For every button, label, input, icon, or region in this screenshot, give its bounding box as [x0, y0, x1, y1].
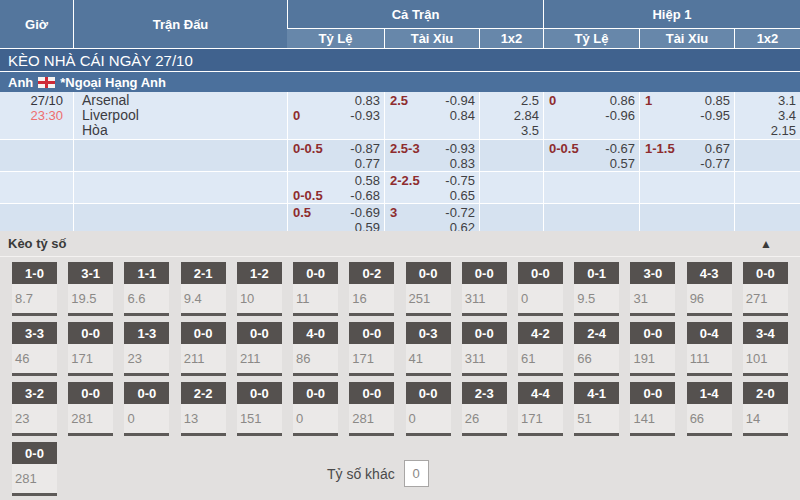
score-label: 2-2	[181, 382, 226, 404]
score-section-header[interactable]: Kèo tỷ số ▲	[0, 231, 800, 257]
odds-cell[interactable]: 2-2.5-0.750.65	[384, 172, 479, 203]
odds-cell[interactable]: 0-0.5-0.870.77	[287, 140, 384, 171]
score-odds-cell[interactable]: 2-466	[574, 322, 619, 376]
odds-cell[interactable]: 3-0.720.62	[384, 204, 479, 231]
score-odds-cell[interactable]: 0-0281	[349, 382, 394, 436]
odds-cell[interactable]: 0-0.5-0.670.57	[543, 140, 639, 171]
odds-cell[interactable]: 2.5-3-0.930.83	[384, 140, 479, 171]
odds-line: 00.86	[544, 93, 639, 108]
score-odds-cell[interactable]: 1-466	[687, 382, 732, 436]
score-odds-cell[interactable]: 3-223	[12, 382, 57, 436]
score-odds-cell[interactable]: 2-19.4	[181, 262, 226, 316]
score-odds-cell[interactable]: 4-086	[293, 322, 338, 376]
score-odds-cell[interactable]: 3-346	[12, 322, 57, 376]
bookmaker-odds-title-bar: KÈO NHÀ CÁI NGÀY 27/10	[0, 48, 800, 71]
score-odds-cell[interactable]: 4-4171	[518, 382, 563, 436]
score-odds-cell[interactable]: 1-08.7	[12, 262, 57, 316]
score-odds-cell[interactable]: 2-014	[743, 382, 788, 436]
score-odds-cell[interactable]: 0-0281	[68, 382, 113, 436]
score-odds-cell[interactable]: 0-0211	[181, 322, 226, 376]
odds-cell[interactable]: 10.85-0.95	[639, 92, 734, 139]
score-label: 0-0	[293, 262, 338, 284]
odds-value: -0.68	[350, 188, 380, 203]
column-header-handicap-h1: Tỷ Lệ	[543, 28, 639, 48]
score-odds-value: 66	[574, 344, 619, 373]
odds-cell[interactable]: 0.5-0.690.59	[287, 204, 384, 231]
odds-line: 2.5-3-0.93	[385, 141, 479, 156]
score-odds-value: 171	[349, 344, 394, 373]
correct-score-section: Kèo tỷ số ▲ Tỷ số khác 1-08.73-119.51-16…	[0, 231, 800, 496]
score-odds-cell[interactable]: 1-323	[124, 322, 169, 376]
score-odds-cell[interactable]: 0-0171	[349, 322, 394, 376]
score-odds-cell[interactable]: 0-0281	[12, 442, 57, 496]
odds-cell[interactable]: 2.5-0.940.84	[384, 92, 479, 139]
score-odds-cell[interactable]: 0-4111	[687, 322, 732, 376]
score-odds-cell[interactable]: 0-0171	[68, 322, 113, 376]
score-odds-cell[interactable]: 0-0191	[630, 322, 675, 376]
odds-cell[interactable]: 0.580-0.5-0.68	[287, 172, 384, 203]
score-odds-cell[interactable]: 0-00	[518, 262, 563, 316]
odds-line: 2.84	[480, 108, 543, 123]
score-odds-value: 19.5	[68, 284, 113, 313]
score-odds-cell[interactable]: 1-210	[237, 262, 282, 316]
odds-line: -0.96	[544, 108, 639, 123]
score-odds-cell[interactable]: 4-151	[574, 382, 619, 436]
odds-line: 0-0.5-0.87	[288, 141, 384, 156]
odds-cell[interactable]: 2.52.843.5	[479, 92, 543, 139]
odds-row: 0.5-0.690.593-0.720.62	[0, 203, 800, 231]
score-odds-value: 171	[68, 344, 113, 373]
collapse-arrow-icon[interactable]: ▲	[760, 237, 772, 251]
score-odds-cell[interactable]: 2-326	[462, 382, 507, 436]
score-label: 1-2	[237, 262, 282, 284]
score-odds-cell[interactable]: 3-4101	[743, 322, 788, 376]
score-odds-value: 51	[574, 404, 619, 433]
score-grid: Tỷ số khác 1-08.73-119.51-16.62-19.41-21…	[0, 257, 800, 496]
score-odds-cell[interactable]: 4-261	[518, 322, 563, 376]
score-label: 0-0	[237, 382, 282, 404]
score-odds-cell[interactable]: 0-00	[293, 382, 338, 436]
score-odds-cell[interactable]: 0-011	[293, 262, 338, 316]
handicap-value: 0-0.5	[293, 188, 323, 203]
odds-line: 0.58	[288, 173, 384, 188]
score-odds-cell[interactable]: 0-0141	[630, 382, 675, 436]
odds-line: 1-1.50.67	[640, 141, 734, 156]
column-header-match: Trận Đấu	[73, 0, 287, 48]
score-label: 3-3	[12, 322, 57, 344]
score-odds-cell[interactable]: 2-213	[181, 382, 226, 436]
score-odds-cell[interactable]: 0-19.5	[574, 262, 619, 316]
score-odds-cell[interactable]: 0-0311	[462, 322, 507, 376]
odds-value: -0.67	[605, 141, 635, 156]
score-label: 0-3	[406, 322, 451, 344]
league-header-bar[interactable]: Anh *Ngoại Hạng Anh	[0, 71, 800, 92]
score-odds-cell[interactable]: 0-341	[406, 322, 451, 376]
score-odds-cell[interactable]: 0-0251	[406, 262, 451, 316]
odds-cell[interactable]: 3.13.42.15	[734, 92, 800, 139]
score-label: 0-1	[574, 262, 619, 284]
score-label: 0-0	[406, 382, 451, 404]
other-score-input[interactable]	[404, 460, 429, 487]
score-odds-cell[interactable]: 0-216	[349, 262, 394, 316]
score-odds-cell[interactable]: 0-00	[124, 382, 169, 436]
score-odds-cell[interactable]: 0-0271	[743, 262, 788, 316]
score-odds-cell[interactable]: 1-16.6	[124, 262, 169, 316]
odds-line: 0.83	[288, 93, 384, 108]
score-label: 0-0	[518, 262, 563, 284]
score-label: 0-4	[687, 322, 732, 344]
score-label: 2-3	[462, 382, 507, 404]
score-odds-cell[interactable]: 4-396	[687, 262, 732, 316]
score-odds-cell[interactable]: 0-0211	[237, 322, 282, 376]
score-odds-cell[interactable]: 3-119.5	[68, 262, 113, 316]
match-teams-cell: ArsenalLiverpoolHòa	[73, 92, 287, 139]
odds-cell[interactable]: 0.830-0.93	[287, 92, 384, 139]
score-odds-cell[interactable]: 0-0151	[237, 382, 282, 436]
score-odds-cell[interactable]: 3-031	[630, 262, 675, 316]
other-score-control: Tỷ số khác	[327, 460, 429, 487]
score-odds-value: 211	[181, 344, 226, 373]
score-odds-cell[interactable]: 0-00	[406, 382, 451, 436]
score-odds-cell[interactable]: 0-0311	[462, 262, 507, 316]
odds-value: 3.1	[778, 93, 796, 108]
handicap-value: 0	[549, 93, 556, 108]
odds-cell[interactable]: 00.86-0.96	[543, 92, 639, 139]
odds-cell[interactable]: 1-1.50.67-0.77	[639, 140, 734, 171]
match-time-cell: 27/1023:30	[0, 92, 73, 139]
